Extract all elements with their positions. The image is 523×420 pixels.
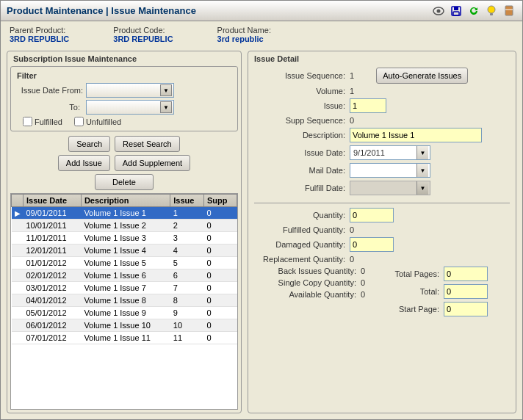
table-row[interactable]: 07/01/2012 Volume 1 Issue 11 11 0 <box>12 332 237 344</box>
row-supp: 0 <box>204 332 237 344</box>
date-to-arrow[interactable]: ▼ <box>160 101 172 113</box>
replacement-qty-label: Replacement Quantity: <box>254 255 350 264</box>
parent-product-label: Parent Product: <box>10 26 65 35</box>
product-name-label: Product Name: <box>217 26 271 35</box>
start-page-label: Start Page: <box>385 305 444 314</box>
start-page-input[interactable] <box>444 302 488 316</box>
right-panel: Issue Detail Issue Sequence: 1 Auto-Gene… <box>248 51 516 413</box>
row-date: 04/01/2012 <box>24 294 82 307</box>
unfulfilled-checkbox[interactable] <box>74 117 84 126</box>
row-description: Volume 1 Issue 6 <box>81 269 170 282</box>
quantity-row: Quantity: <box>254 208 510 222</box>
svg-point-5 <box>488 6 495 13</box>
table-row[interactable]: ▶ 09/01/2011 Volume 1 Issue 1 1 0 <box>12 207 237 220</box>
issue-label: Issue: <box>254 101 350 110</box>
row-supp: 0 <box>204 319 237 332</box>
col-issue-date[interactable]: Issue Date <box>24 195 82 207</box>
row-issue: 3 <box>170 232 204 245</box>
parent-product-field: Parent Product: 3RD REPUBLIC <box>10 26 69 43</box>
delete-button[interactable]: Delete <box>95 174 154 190</box>
issue-table-container[interactable]: Issue Date Description Issue Supp ▶ 09/0… <box>10 193 238 410</box>
row-date: 02/01/2012 <box>24 269 82 282</box>
fulfill-date-dropdown[interactable]: ▼ <box>350 181 430 195</box>
svg-rect-4 <box>453 12 459 15</box>
issue-date-row: Issue Date: 9/1/2011 ▼ <box>254 145 510 160</box>
right-panel-title: Issue Detail <box>254 54 510 63</box>
product-name-field: Product Name: 3rd republic <box>217 26 271 43</box>
table-row[interactable]: 11/01/2011 Volume 1 Issue 3 3 0 <box>12 232 237 245</box>
add-supplement-button[interactable]: Add Supplement <box>115 155 190 171</box>
add-issue-button[interactable]: Add Issue <box>58 155 110 171</box>
fulfilled-checkbox[interactable] <box>23 117 32 126</box>
row-supp: 0 <box>204 245 237 257</box>
back-issues-row: Back Issues Quantity: 0 <box>254 267 379 275</box>
table-row[interactable]: 03/01/2012 Volume 1 Issue 7 7 0 <box>12 282 237 294</box>
date-from-dropdown[interactable]: ▼ <box>86 83 174 98</box>
info-bar: Parent Product: 3RD REPUBLIC Product Cod… <box>1 21 522 48</box>
quantity-input[interactable] <box>350 208 394 222</box>
col-supp[interactable]: Supp <box>204 195 237 207</box>
volume-value: 1 <box>350 87 354 95</box>
unfulfilled-label: Unfulfilled <box>86 117 121 126</box>
total-pages-label: Total Pages: <box>385 269 444 278</box>
table-row[interactable]: 06/01/2012 Volume 1 Issue 10 10 0 <box>12 319 237 332</box>
total-label: Total: <box>385 287 444 296</box>
unfulfilled-checkbox-label: Unfulfilled <box>74 117 121 126</box>
table-row[interactable]: 01/01/2012 Volume 1 Issue 5 5 0 <box>12 257 237 269</box>
row-arrow-cell <box>12 257 24 269</box>
row-description: Volume 1 Issue 4 <box>81 245 170 257</box>
row-date: 11/01/2011 <box>24 232 82 245</box>
table-row[interactable]: 05/01/2012 Volume 1 Issue 9 9 0 <box>12 307 237 319</box>
mail-date-arrow[interactable]: ▼ <box>416 164 428 177</box>
eye-icon[interactable] <box>431 4 446 18</box>
table-row[interactable]: 02/01/2012 Volume 1 Issue 6 6 0 <box>12 269 237 282</box>
bookmark-icon[interactable] <box>502 4 516 18</box>
auto-generate-button[interactable]: Auto-Generate Issues <box>376 68 468 84</box>
fulfill-date-arrow[interactable]: ▼ <box>416 181 428 195</box>
reset-search-button[interactable]: Reset Search <box>115 136 180 152</box>
total-pages-input[interactable] <box>444 267 488 281</box>
available-qty-row: Available Quantity: 0 <box>254 290 379 299</box>
search-button[interactable]: Search <box>68 136 110 152</box>
damaged-qty-input[interactable] <box>350 237 394 252</box>
row-description: Volume 1 Issue 7 <box>81 282 170 294</box>
filter-title: Filter <box>17 71 231 80</box>
row-issue: 10 <box>170 319 204 332</box>
description-input[interactable] <box>350 128 482 142</box>
issue-sequence-value: 1 <box>350 71 354 80</box>
available-qty-label: Available Quantity: <box>254 290 361 299</box>
col-arrow <box>12 195 24 207</box>
row-arrow-cell <box>12 282 24 294</box>
fulfilled-checkbox-label: Fulfilled <box>23 117 62 126</box>
svg-rect-7 <box>505 6 513 15</box>
description-row: Description: <box>254 128 510 142</box>
issue-input[interactable] <box>350 98 386 113</box>
back-issues-label: Back Issues Quantity: <box>254 267 361 275</box>
table-row[interactable]: 04/01/2012 Volume 1 Issue 8 8 0 <box>12 294 237 307</box>
row-description: Volume 1 Issue 10 <box>81 319 170 332</box>
refresh-icon[interactable] <box>466 4 481 18</box>
date-from-arrow[interactable]: ▼ <box>160 84 172 96</box>
svg-rect-3 <box>454 7 458 10</box>
issue-date-dropdown[interactable]: 9/1/2011 ▼ <box>350 145 430 160</box>
table-row[interactable]: 10/01/2011 Volume 1 Issue 2 2 0 <box>12 220 237 232</box>
total-input[interactable] <box>444 284 488 299</box>
row-arrow-cell: ▶ <box>12 207 24 220</box>
filter-date-to-row: To: ▼ <box>17 100 231 115</box>
mail-date-dropdown[interactable]: ▼ <box>350 163 430 178</box>
row-date: 03/01/2012 <box>24 282 82 294</box>
col-issue[interactable]: Issue <box>170 195 204 207</box>
row-issue: 9 <box>170 307 204 319</box>
row-issue: 7 <box>170 282 204 294</box>
table-row[interactable]: 12/01/2011 Volume 1 Issue 4 4 0 <box>12 245 237 257</box>
issue-date-arrow[interactable]: ▼ <box>416 146 428 159</box>
damaged-qty-label: Damaged Quantity: <box>254 240 350 249</box>
save-icon[interactable] <box>449 4 464 18</box>
bulb-icon[interactable] <box>484 4 499 18</box>
row-date: 07/01/2012 <box>24 332 82 344</box>
row-issue: 8 <box>170 294 204 307</box>
date-to-dropdown[interactable]: ▼ <box>86 100 174 115</box>
left-panel-title: Subscription Issue Maintenance <box>10 54 238 63</box>
col-description[interactable]: Description <box>81 195 170 207</box>
row-date: 12/01/2011 <box>24 245 82 257</box>
